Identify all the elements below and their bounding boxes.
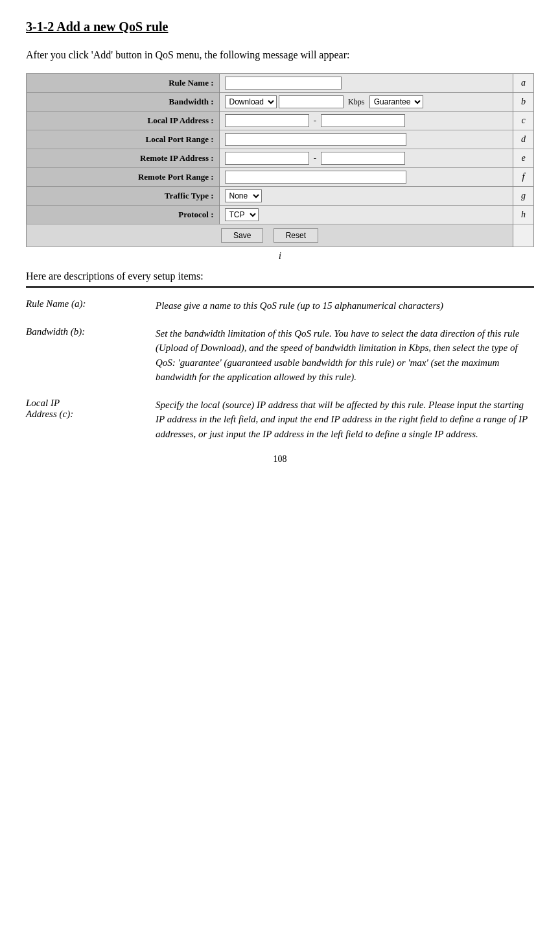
remote-ip-row: Remote IP Address : - e xyxy=(27,149,534,168)
desc-local-ip: Local IPAddress (c): Specify the local (… xyxy=(26,398,534,442)
local-ip-input-cell: - xyxy=(219,112,513,130)
local-ip-end-input[interactable] xyxy=(321,114,405,127)
save-button[interactable]: Save xyxy=(221,228,263,243)
ip-dash-e: - xyxy=(314,153,316,163)
remote-port-row: Remote Port Range : f xyxy=(27,168,534,187)
remote-port-input-cell xyxy=(219,168,513,187)
remote-port-input[interactable] xyxy=(225,171,406,184)
local-ip-label: Local IP Address : xyxy=(27,112,220,130)
protocol-row: Protocol : TCP UDP Both h xyxy=(27,206,534,224)
annotation-a: a xyxy=(513,74,534,93)
save-reset-row: Save Reset xyxy=(27,224,534,247)
remote-ip-input-cell: - xyxy=(219,149,513,168)
page-title: 3-1-2 Add a new QoS rule xyxy=(26,19,534,34)
traffic-type-row: Traffic Type : None Voice Video Data g xyxy=(27,187,534,206)
bandwidth-value-input[interactable] xyxy=(279,95,344,108)
bandwidth-input-cell: Download Upload Kbps Guarantee Max xyxy=(219,93,513,112)
local-port-label: Local Port Range : xyxy=(27,130,220,149)
desc-bandwidth-text: Set the bandwidth limitation of this QoS… xyxy=(156,326,534,385)
annotation-g: g xyxy=(513,187,534,206)
desc-bandwidth: Bandwidth (b): Set the bandwidth limitat… xyxy=(26,326,534,385)
annotation-empty xyxy=(513,224,534,247)
annotation-h: h xyxy=(513,206,534,224)
remote-ip-end-input[interactable] xyxy=(321,152,405,165)
local-port-input-cell xyxy=(219,130,513,149)
ip-dash-c: - xyxy=(314,115,316,125)
annotation-f: f xyxy=(513,168,534,187)
kbps-label: Kbps xyxy=(348,97,364,106)
local-ip-start-input[interactable] xyxy=(225,114,309,127)
protocol-label: Protocol : xyxy=(27,206,220,224)
local-port-input[interactable] xyxy=(225,133,406,146)
bandwidth-qos-select[interactable]: Guarantee Max xyxy=(369,95,423,108)
descriptions-intro: Here are descriptions of every setup ite… xyxy=(26,271,534,282)
annotation-b: b xyxy=(513,93,534,112)
remote-port-label: Remote Port Range : xyxy=(27,168,220,187)
bandwidth-direction-select[interactable]: Download Upload xyxy=(225,95,277,108)
desc-rule-name: Rule Name (a): Please give a name to thi… xyxy=(26,298,534,313)
reset-button[interactable]: Reset xyxy=(274,228,318,243)
bandwidth-row: Bandwidth : Download Upload Kbps Guarant… xyxy=(27,93,534,112)
desc-local-ip-text: Specify the local (source) IP address th… xyxy=(156,398,534,442)
traffic-type-select[interactable]: None Voice Video Data xyxy=(225,189,262,202)
intro-text: After you click 'Add' button in QoS menu… xyxy=(26,47,534,63)
remote-ip-label: Remote IP Address : xyxy=(27,149,220,168)
annotation-e: e xyxy=(513,149,534,168)
remote-ip-start-input[interactable] xyxy=(225,152,309,165)
local-ip-row: Local IP Address : - c xyxy=(27,112,534,130)
protocol-select[interactable]: TCP UDP Both xyxy=(225,208,259,221)
annotation-i-label: i xyxy=(26,251,534,261)
desc-local-ip-label: Local IPAddress (c): xyxy=(26,398,156,442)
traffic-type-input-cell: None Voice Video Data xyxy=(219,187,513,206)
annotation-c: c xyxy=(513,112,534,130)
desc-bandwidth-label: Bandwidth (b): xyxy=(26,326,156,385)
descriptions-divider xyxy=(26,286,534,288)
qos-form-table: Rule Name : a Bandwidth : Download Uploa… xyxy=(26,73,534,247)
rule-name-row: Rule Name : a xyxy=(27,74,534,93)
traffic-type-label: Traffic Type : xyxy=(27,187,220,206)
protocol-input-cell: TCP UDP Both xyxy=(219,206,513,224)
annotation-d: d xyxy=(513,130,534,149)
save-reset-cell: Save Reset xyxy=(27,224,513,247)
desc-rule-name-text: Please give a name to this QoS rule (up … xyxy=(156,298,534,313)
rule-name-label: Rule Name : xyxy=(27,74,220,93)
local-port-row: Local Port Range : d xyxy=(27,130,534,149)
desc-rule-name-label: Rule Name (a): xyxy=(26,298,156,313)
page-number: 108 xyxy=(26,454,534,464)
rule-name-input[interactable] xyxy=(225,77,342,90)
bandwidth-label: Bandwidth : xyxy=(27,93,220,112)
rule-name-input-cell xyxy=(219,74,513,93)
